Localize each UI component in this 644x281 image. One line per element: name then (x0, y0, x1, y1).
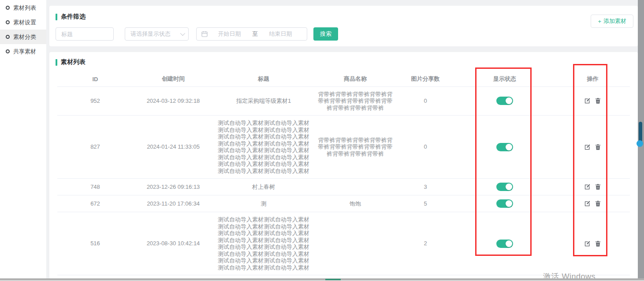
cell-created-time: 2024-03-12 09:32:18 (133, 86, 213, 116)
cell-id: 827 (57, 116, 133, 179)
cell-share-count: 3 (397, 179, 454, 195)
cell-id: 672 (57, 195, 133, 212)
floating-widget-button[interactable] (637, 140, 643, 147)
cell-share-count: 0 (397, 116, 454, 179)
cell-id: 952 (57, 86, 133, 116)
column-header: 创建时间 (133, 72, 213, 86)
window-bottom-edge (0, 278, 644, 281)
cell-title: 测试自动导入素材测试自动导入素材测试自动导入素材测试自动导入素材测试自动导入素材… (213, 212, 314, 275)
select-placeholder: 请选择显示状态 (130, 30, 180, 38)
sidebar-item-label: 共享素材 (13, 48, 36, 56)
table-row: 748 2023-12-26 09:16:13 村上春树 3 (57, 179, 630, 195)
filter-row: 请选择显示状态 开始日期 至 结束日期 搜索 (56, 27, 338, 41)
floating-widget-handle[interactable] (639, 122, 642, 141)
sidebar-item-素材列表[interactable]: 素材列表 (0, 0, 46, 15)
section-marker-bar (56, 59, 57, 66)
cell-id: 516 (57, 212, 133, 275)
chevron-down-icon (180, 31, 185, 36)
cell-share-count: 5 (397, 195, 454, 212)
cell-title: 指定采购端等级素材1 (213, 86, 314, 116)
display-status-select[interactable]: 请选择显示状态 (125, 27, 189, 41)
circle-bullet-icon (6, 35, 10, 39)
table-row: 952 2024-03-12 09:32:18 指定采购端等级素材1 背带裤背带… (57, 86, 630, 116)
cell-title: 测 (213, 195, 314, 212)
clipped-green-element (325, 279, 341, 280)
cell-product-name (314, 179, 397, 195)
cell-created-time: 2023-08-30 10:42:14 (133, 212, 213, 275)
sidebar-item-素材分类[interactable]: 素材分类 (0, 30, 46, 44)
circle-bullet-icon (6, 6, 10, 10)
material-list-card: 素材列表 ID创建时间标题商品名称图片分享数显示状态操作 952 2024-03… (49, 52, 638, 279)
table-header-row: ID创建时间标题商品名称图片分享数显示状态操作 (57, 72, 630, 86)
circle-bullet-icon (6, 20, 10, 24)
sidebar-item-素材设置[interactable]: 素材设置 (0, 15, 46, 30)
material-table: ID创建时间标题商品名称图片分享数显示状态操作 952 2024-03-12 0… (57, 72, 630, 275)
sidebar-item-共享素材[interactable]: 共享素材 (0, 44, 46, 59)
circle-bullet-icon (6, 49, 10, 53)
date-range-picker[interactable]: 开始日期 至 结束日期 (196, 27, 307, 41)
plus-icon: + (598, 18, 601, 25)
list-section-title-text: 素材列表 (61, 58, 86, 66)
cell-created-time: 2024-01-24 11:33:05 (133, 116, 213, 179)
date-separator: 至 (251, 30, 259, 38)
calendar-icon (201, 31, 208, 37)
start-date-placeholder[interactable]: 开始日期 (208, 30, 251, 38)
sidebar: 素材列表 素材设置 素材分类 共享素材 (0, 0, 46, 281)
cell-product-name: 饱饱 (314, 195, 397, 212)
sidebar-item-label: 素材列表 (13, 4, 36, 12)
cell-created-time: 2023-11-20 17:06:34 (133, 195, 213, 212)
sidebar-item-label: 素材设置 (13, 19, 36, 26)
table-row: 672 2023-11-20 17:06:34 测 饱饱 5 (57, 195, 630, 212)
material-table-wrap: ID创建时间标题商品名称图片分享数显示状态操作 952 2024-03-12 0… (57, 72, 630, 275)
list-section-title: 素材列表 (56, 58, 86, 66)
section-marker-bar (56, 14, 57, 20)
add-material-label: 添加素材 (603, 17, 626, 25)
cell-created-time: 2023-12-26 09:16:13 (133, 179, 213, 195)
column-header: ID (57, 72, 133, 86)
annotation-rect-actions-column (573, 64, 607, 256)
column-header: 图片分享数 (397, 72, 454, 86)
cell-share-count: 0 (397, 86, 454, 116)
column-header: 商品名称 (314, 72, 397, 86)
cell-title: 测试自动导入素材测试自动导入素材测试自动导入素材测试自动导入素材测试自动导入素材… (213, 116, 314, 179)
cell-share-count: 2 (397, 212, 454, 275)
title-input[interactable] (56, 27, 114, 41)
add-material-button[interactable]: + 添加素材 (591, 15, 633, 28)
filter-card: 条件筛选 + 添加素材 请选择显示状态 开始日期 至 结束日期 搜索 (49, 6, 638, 46)
cell-product-name (314, 212, 397, 275)
search-button[interactable]: 搜索 (313, 27, 338, 41)
table-body: 952 2024-03-12 09:32:18 指定采购端等级素材1 背带裤背带… (57, 86, 630, 275)
cell-id: 748 (57, 179, 133, 195)
filter-section-title: 条件筛选 (56, 13, 86, 21)
cell-product-name: 背带裤背带裤背带裤背带裤背带裤背带裤背带裤背带裤背带裤背带裤背带裤背带裤 (314, 86, 397, 116)
end-date-placeholder[interactable]: 结束日期 (259, 30, 302, 38)
annotation-rect-display-status-column (475, 67, 532, 256)
column-header: 标题 (213, 72, 314, 86)
filter-section-title-text: 条件筛选 (61, 13, 86, 21)
table-row: 516 2023-08-30 10:42:14 测试自动导入素材测试自动导入素材… (57, 212, 630, 275)
cell-product-name: 背带裤背带裤背带裤背带裤背带裤背带裤背带裤背带裤背带裤背带裤背带裤背带裤 (314, 116, 397, 179)
sidebar-item-label: 素材分类 (13, 33, 36, 41)
table-row: 827 2024-01-24 11:33:05 测试自动导入素材测试自动导入素材… (57, 116, 630, 179)
cell-title: 村上春树 (213, 179, 314, 195)
